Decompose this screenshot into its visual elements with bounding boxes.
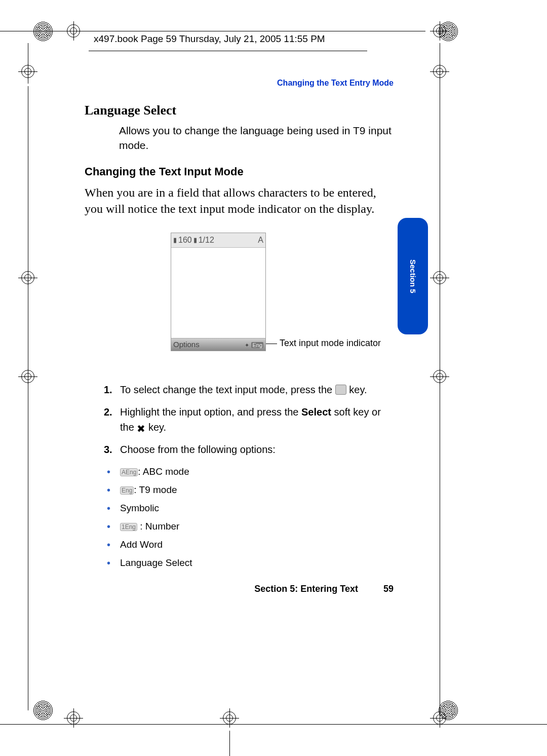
- phone-status-bar: ▮ 160 ▮ 1/12 A: [171, 233, 265, 248]
- status-right: A: [258, 236, 263, 245]
- registration-mark-icon: [33, 21, 53, 42]
- crop-rule: [0, 724, 547, 725]
- phone-screen: ▮ 160 ▮ 1/12 A Options ✦ Eng: [171, 233, 266, 351]
- option-number: 1Eng : Number: [85, 521, 394, 532]
- steps-list: 1. To select change the text input mode,…: [85, 382, 394, 457]
- page-content: Changing the Text Entry Mode Language Se…: [85, 79, 394, 594]
- status-count: 160: [178, 236, 192, 245]
- crop-rule: [28, 43, 28, 84]
- options-list: AEng: ABC mode Eng: T9 mode Symbolic 1En…: [85, 466, 394, 569]
- registration-mark-icon: [33, 700, 53, 721]
- step-1: 1. To select change the text input mode,…: [85, 382, 394, 397]
- paragraph-changing-mode: When you are in a field that allows char…: [85, 184, 394, 217]
- callout-label: Text input mode indicator: [280, 338, 381, 349]
- crosshair-icon: [433, 24, 446, 37]
- option-add-word: Add Word: [85, 539, 394, 550]
- option-abc: AEng: ABC mode: [85, 466, 394, 477]
- softkey-left: Options: [173, 340, 200, 349]
- option-language-select: Language Select: [85, 557, 394, 569]
- option-symbolic: Symbolic: [85, 503, 394, 514]
- header-rule: [89, 51, 367, 51]
- status-page: 1/12: [199, 236, 214, 245]
- crop-rule: [229, 731, 230, 756]
- crosshair-icon: [67, 711, 80, 725]
- signal-icon: ▮: [173, 236, 177, 244]
- running-header: Changing the Text Entry Mode: [85, 79, 394, 88]
- paragraph-language-select: Allows you to change the language being …: [119, 123, 394, 153]
- navigation-key-icon: ✖: [137, 424, 145, 434]
- section-tab-label: Section 5: [409, 259, 417, 293]
- phone-softkey-bar: Options ✦ Eng: [171, 338, 265, 351]
- mode-icon-number: 1Eng: [120, 523, 137, 531]
- heading-language-select: Language Select: [85, 103, 394, 118]
- page-footer: Section 5: Entering Text 59: [85, 584, 394, 594]
- crop-rule: [440, 43, 440, 710]
- section-thumb-tab: Section 5: [398, 218, 428, 334]
- step-2: 2. Highlight the input option, and press…: [85, 404, 394, 435]
- step-3: 3. Choose from the following options:: [85, 442, 394, 457]
- footer-section: Section 5: Entering Text: [254, 584, 358, 594]
- option-t9: Eng: T9 mode: [85, 484, 394, 496]
- callout-leader-line: [266, 344, 277, 344]
- crosshair-icon: [223, 711, 236, 725]
- mode-icon-abc: AEng: [120, 468, 138, 476]
- figure-phone-screen: ▮ 160 ▮ 1/12 A Options ✦ Eng Text input …: [85, 233, 394, 364]
- footer-page-number: 59: [383, 584, 394, 594]
- mode-icon-t9: Eng: [120, 486, 134, 495]
- page-header-text: x497.book Page 59 Thursday, July 21, 200…: [94, 33, 325, 45]
- softkey-right: ✦ Eng: [245, 340, 263, 349]
- battery-icon: ▮: [193, 236, 197, 244]
- crosshair-icon: [433, 711, 446, 725]
- right-soft-key-icon: [335, 385, 346, 395]
- heading-changing-mode: Changing the Text Input Mode: [85, 165, 394, 178]
- crop-rule: [28, 86, 28, 710]
- crop-rule: [81, 31, 425, 31]
